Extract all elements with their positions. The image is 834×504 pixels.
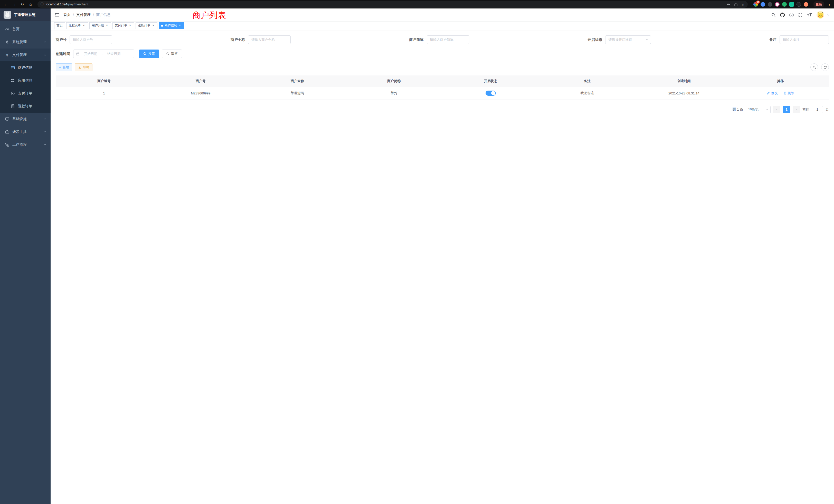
navbar: 首页 / 支付管理 / 商户信息 商户列表 ? — [50, 8, 417, 21]
refresh-icon — [166, 52, 170, 55]
close-icon[interactable]: × — [128, 24, 132, 27]
plus-icon: + — [59, 65, 61, 69]
sidebar-item-payment[interactable]: ¥ 支付管理 — [0, 48, 50, 61]
sidebar-item-label: 基础设施 — [12, 117, 27, 121]
column-header: 商户号 — [152, 75, 249, 87]
logo-avatar — [4, 11, 11, 19]
back-icon[interactable]: ← — [3, 1, 9, 8]
reset-button[interactable]: 重置 — [162, 49, 182, 58]
reset-button-label: 重置 — [171, 51, 178, 56]
sidebar-item-workflow[interactable]: 工作流程 — [0, 138, 50, 151]
cell-merchant-id: 1 — [56, 87, 152, 99]
export-button[interactable]: 导出 — [75, 63, 92, 71]
table-row: 1 M233666999 芋道源码 芋艿 我是备注 2021-10-23 08:… — [56, 87, 417, 99]
column-header: 商户编号 — [56, 75, 152, 87]
tab-home[interactable]: 首页 — [54, 22, 65, 29]
breadcrumb: 首页 / 支付管理 / 商户信息 — [63, 13, 111, 17]
breadcrumb-payment[interactable]: 支付管理 — [76, 13, 91, 17]
tab-merchant-info[interactable]: 商户信息 × — [159, 22, 184, 29]
sidebar-item-merchant-info[interactable]: 商户信息 — [0, 61, 50, 74]
workflow-icon — [5, 143, 9, 147]
filter-create-time: 创建时间 - — [56, 49, 134, 58]
sidebar: 芋道管理系统 首页 系统管理 ¥ 支付管理 商户信息 — [0, 8, 50, 252]
tab-process-form[interactable]: 流程表单 × — [66, 22, 88, 29]
cell-short-name: 芋艿 — [346, 87, 417, 99]
chevron-down-icon — [43, 143, 46, 146]
tab-label: 支付订单 — [115, 23, 127, 28]
date-separator: - — [102, 52, 103, 56]
address-bar[interactable]: ⓘ localhost:1024/pay/merchant ☆ — [38, 1, 417, 8]
site-info-icon[interactable]: ⓘ — [41, 2, 44, 6]
merchant-table: 商户编号 商户号 商户全称 商户简称 开启状态 备注 创建时间 操作 1 M23… — [56, 75, 417, 100]
reload-icon[interactable]: ↻ — [19, 1, 26, 8]
table-header-row: 商户编号 商户号 商户全称 商户简称 开启状态 备注 创建时间 操作 — [56, 75, 417, 87]
monitor-icon — [5, 117, 9, 121]
chevron-up-icon — [43, 53, 46, 56]
document-icon — [11, 104, 15, 108]
chevron-down-icon — [43, 130, 46, 134]
tab-user-group[interactable]: 用户分组 × — [89, 22, 111, 29]
active-tab-dot — [161, 25, 163, 27]
sidebar-item-label: 应用信息 — [18, 78, 32, 83]
filter-label: 创建时间 — [56, 51, 70, 56]
search-icon — [143, 52, 147, 55]
merchant-card-icon — [11, 66, 15, 70]
search-button[interactable]: 搜索 — [139, 49, 159, 58]
filter-merchant-name: 商户全称 — [231, 36, 291, 44]
sidebar-item-home[interactable]: 首页 — [0, 23, 50, 36]
filter-label: 商户简称 — [409, 38, 417, 42]
cell-full-name: 芋道源码 — [249, 87, 346, 99]
close-icon[interactable]: × — [151, 24, 155, 27]
gear-icon — [5, 40, 9, 44]
app-title: 芋道管理系统 — [14, 13, 36, 17]
sidebar-item-app-info[interactable]: 应用信息 — [0, 74, 50, 87]
tab-refund-order[interactable]: 退款订单 × — [136, 22, 157, 29]
sidebar-item-label: 研发工具 — [12, 130, 27, 134]
sidebar-item-dev-tools[interactable]: 研发工具 — [0, 125, 50, 138]
sidebar-item-label: 系统管理 — [12, 40, 27, 44]
close-icon[interactable]: × — [82, 24, 86, 27]
chevron-down-icon — [43, 117, 46, 121]
filter-label: 商户全称 — [231, 38, 245, 42]
close-icon[interactable]: × — [105, 24, 109, 27]
start-date-input[interactable] — [81, 52, 100, 56]
payment-submenu: 商户信息 应用信息 支付订单 退款订单 — [0, 61, 50, 113]
sidebar-item-refund-order[interactable]: 退款订单 — [0, 100, 50, 113]
calendar-icon — [76, 52, 80, 56]
sidebar-item-system[interactable]: 系统管理 — [0, 36, 50, 48]
url-path: /pay/merchant — [67, 2, 88, 6]
browser-toolbar: ← → ↻ ⌂ ⓘ localhost:1024/pay/merchant ☆ … — [0, 0, 417, 8]
tab-label: 流程表单 — [69, 23, 81, 28]
pagination: 共1 条 10条/页 1 前往 页 — [56, 106, 417, 113]
forward-icon[interactable]: → — [11, 1, 18, 8]
tab-pay-order[interactable]: 支付订单 × — [112, 22, 134, 29]
end-date-input[interactable] — [104, 52, 123, 56]
close-icon[interactable]: × — [178, 24, 182, 27]
home-icon[interactable]: ⌂ — [27, 1, 34, 8]
create-time-range-picker[interactable]: - — [73, 49, 134, 58]
sidebar-logo[interactable]: 芋道管理系统 — [0, 8, 50, 21]
export-button-label: 导出 — [83, 65, 89, 70]
sidebar-item-label: 商户信息 — [18, 65, 32, 70]
sidebar-item-label: 工作流程 — [12, 142, 27, 147]
breadcrumb-separator: / — [73, 13, 74, 17]
tab-label: 退款订单 — [138, 23, 150, 28]
add-button-label: 新增 — [63, 65, 69, 70]
chevron-down-icon — [43, 41, 46, 44]
sidebar-item-infrastructure[interactable]: 基础设施 — [0, 113, 50, 125]
add-button[interactable]: + 新增 — [56, 63, 72, 71]
breadcrumb-current: 商户信息 — [96, 13, 111, 17]
tab-label: 首页 — [57, 23, 63, 28]
breadcrumb-home[interactable]: 首页 — [63, 13, 71, 17]
column-header: 商户简称 — [346, 75, 417, 87]
page-content: 商户号 商户全称 商户简称 开启状态 请选择开启状态 备注 — [50, 30, 417, 113]
merchant-no-input[interactable] — [70, 36, 112, 44]
sidebar-toggle-button[interactable] — [55, 13, 59, 17]
search-button-label: 搜索 — [148, 51, 155, 56]
sidebar-item-pay-order[interactable]: 支付订单 — [0, 87, 50, 100]
cell-merchant-no: M233666999 — [152, 87, 249, 99]
tags-view-bar: 首页 流程表单 × 用户分组 × 支付订单 × 退款订单 × 商户信息 × — [50, 21, 417, 30]
table-toolbar: + 新增 导出 — [56, 63, 417, 71]
merchant-name-input[interactable] — [248, 36, 291, 44]
sidebar-item-label: 退款订单 — [18, 104, 32, 109]
